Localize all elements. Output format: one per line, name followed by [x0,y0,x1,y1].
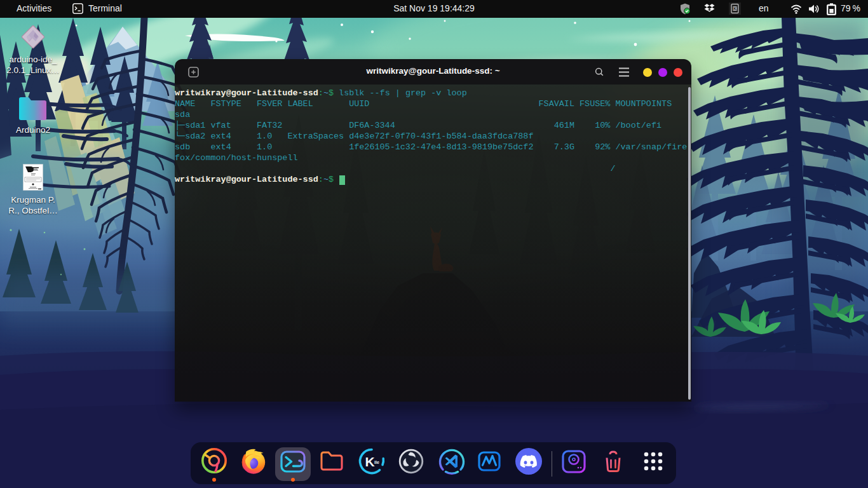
svg-text:K: K [365,454,375,469]
svg-text:K: K [733,6,736,11]
svg-text:ile: ile [374,460,379,464]
